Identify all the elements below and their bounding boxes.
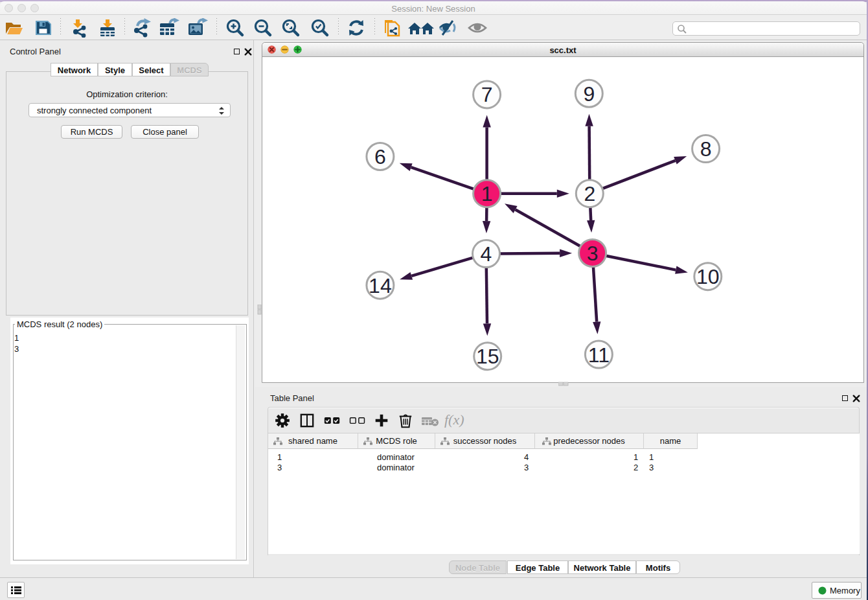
- svg-text:15: 15: [476, 345, 499, 368]
- svg-text:10: 10: [696, 265, 720, 288]
- svg-text:11: 11: [588, 343, 610, 367]
- svg-text:4: 4: [481, 242, 492, 266]
- svg-text:14: 14: [369, 274, 392, 297]
- svg-text:9: 9: [583, 82, 595, 106]
- svg-text:1: 1: [481, 182, 493, 205]
- svg-text:3: 3: [587, 242, 599, 265]
- svg-text:6: 6: [374, 145, 386, 168]
- svg-text:8: 8: [700, 137, 712, 161]
- svg-text:2: 2: [584, 182, 595, 205]
- svg-text:7: 7: [481, 83, 493, 106]
